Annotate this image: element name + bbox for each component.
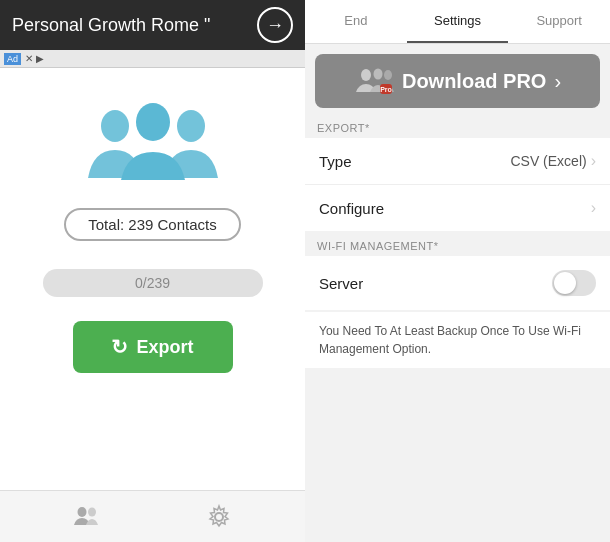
wifi-section-label: WI-FI MANAGEMENT*: [305, 232, 610, 256]
type-value-text: CSV (Excel): [510, 153, 586, 169]
ad-close[interactable]: ✕ ▶: [25, 53, 44, 64]
svg-point-4: [88, 507, 96, 516]
tab-settings[interactable]: Settings: [407, 0, 509, 43]
left-header: Personal Growth Rome " →: [0, 0, 305, 50]
svg-point-1: [177, 110, 205, 142]
svg-point-2: [136, 103, 170, 141]
type-chevron-icon: ›: [591, 152, 596, 170]
gear-icon: [206, 504, 232, 530]
contacts-icon: [83, 98, 223, 188]
left-bottom-bar: [0, 490, 305, 542]
configure-label: Configure: [319, 200, 384, 217]
server-toggle[interactable]: [552, 270, 596, 296]
download-pro-arrow: ›: [554, 70, 561, 93]
people-nav-icon: [72, 503, 100, 531]
total-contacts-badge: Total: 239 Contacts: [64, 208, 240, 241]
server-label: Server: [319, 275, 363, 292]
svg-point-3: [78, 507, 87, 517]
svg-point-7: [373, 69, 382, 80]
right-tabs: End Settings Support: [305, 0, 610, 44]
tab-support[interactable]: Support: [508, 0, 610, 43]
pro-icon: Pro: [354, 66, 394, 96]
group-title: Personal Growth Rome ": [12, 15, 210, 36]
svg-text:Pro: Pro: [380, 86, 392, 93]
type-row[interactable]: Type CSV (Excel) ›: [305, 138, 610, 185]
total-contacts-text: Total: 239 Contacts: [88, 216, 216, 233]
configure-value: ›: [591, 199, 596, 217]
type-value: CSV (Excel) ›: [510, 152, 596, 170]
wifi-settings-card: Server: [305, 256, 610, 310]
export-button-label: Export: [136, 337, 193, 358]
svg-point-0: [101, 110, 129, 142]
export-section-label: EXPORT*: [305, 114, 610, 138]
svg-point-6: [361, 69, 371, 81]
export-button[interactable]: ↻ Export: [73, 321, 233, 373]
tab-support-label: Support: [536, 13, 582, 28]
ad-banner[interactable]: Ad ✕ ▶: [0, 50, 305, 68]
tab-end[interactable]: End: [305, 0, 407, 43]
type-label: Type: [319, 153, 352, 170]
toggle-knob: [554, 272, 576, 294]
progress-label: 0/239: [135, 275, 170, 291]
download-pro-text: Download PRO: [402, 70, 546, 93]
left-panel: Personal Growth Rome " → Ad ✕ ▶ Total: 2: [0, 0, 305, 542]
arrow-icon: →: [266, 15, 284, 36]
tab-end-label: End: [344, 13, 367, 28]
contacts-visual: Total: 239 Contacts: [0, 68, 305, 251]
download-pro-button[interactable]: Pro Download PRO ›: [315, 54, 600, 108]
tab-settings-label: Settings: [434, 13, 481, 28]
sync-icon: ↻: [111, 335, 128, 359]
svg-point-5: [215, 513, 223, 521]
export-settings-card: Type CSV (Excel) › Configure ›: [305, 138, 610, 231]
contacts-nav-icon[interactable]: [69, 500, 103, 534]
wifi-info-text: You Need To At Least Backup Once To Use …: [305, 312, 610, 368]
navigate-arrow-button[interactable]: →: [257, 7, 293, 43]
configure-row[interactable]: Configure ›: [305, 185, 610, 231]
configure-chevron-icon: ›: [591, 199, 596, 217]
people-icon: [83, 98, 223, 188]
progress-bar: 0/239: [43, 269, 263, 297]
ad-label: Ad: [4, 53, 21, 65]
svg-point-8: [384, 70, 392, 80]
right-panel: End Settings Support Pro Download PRO › …: [305, 0, 610, 542]
settings-nav-icon[interactable]: [202, 500, 236, 534]
server-row[interactable]: Server: [305, 256, 610, 310]
